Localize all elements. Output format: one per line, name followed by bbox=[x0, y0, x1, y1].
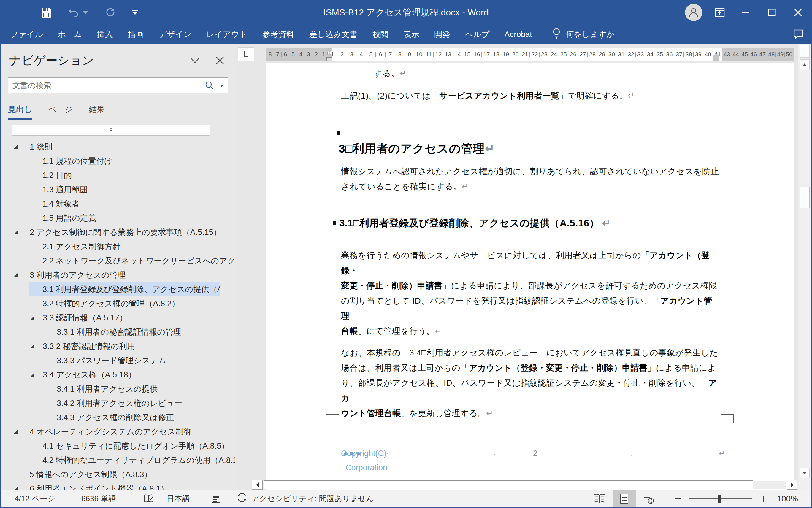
feedback-comment-icon[interactable] bbox=[793, 29, 803, 41]
navigation-pane-options-icon[interactable] bbox=[190, 57, 200, 64]
nav-heading-item[interactable]: 3.3 認証情報（A.5.17） bbox=[1, 311, 235, 325]
nav-heading-item[interactable]: 4 オペレーティングシステムのアクセス制御 bbox=[1, 425, 235, 439]
account-avatar[interactable] bbox=[681, 0, 707, 25]
ribbon-tab-9[interactable]: 表示 bbox=[396, 25, 427, 44]
document-area: L 87654321 12345678910111213141516171819… bbox=[236, 44, 811, 490]
window-bottom-border bbox=[1, 507, 811, 508]
text-run: 」にて管理を行う。 bbox=[358, 326, 435, 336]
horizontal-scrollbar-thumb[interactable] bbox=[264, 480, 753, 489]
nav-heading-item[interactable]: 1 総則 bbox=[1, 140, 235, 154]
nav-heading-item[interactable]: 2 アクセス制御に関する業務上の要求事項（A.5.15） bbox=[1, 225, 235, 240]
nav-heading-item[interactable]: 3.3.3 パスワード管理システム bbox=[1, 353, 235, 368]
ribbon-tab-12[interactable]: Acrobat bbox=[497, 25, 540, 44]
undo-button[interactable] bbox=[68, 8, 88, 17]
navigation-pane-close-icon[interactable] bbox=[215, 56, 224, 65]
document-content: する。↵上記(1)、(2)については「サービスアカウント利用者一覧」で明確にする… bbox=[266, 63, 794, 421]
nav-heading-item[interactable]: 6 利用者エンドポイント機器（A.8.1） bbox=[1, 481, 235, 490]
redo-button[interactable] bbox=[105, 8, 115, 17]
nav-heading-item[interactable]: 1.4 対象者 bbox=[1, 197, 235, 211]
ribbon-tab-1[interactable]: ホーム bbox=[50, 25, 90, 44]
nav-heading-item[interactable]: 2.2 ネットワーク及びネットワークサービスへのアクセス bbox=[1, 254, 235, 268]
nav-heading-item[interactable]: 3.4.2 利用者アクセス権のレビュー bbox=[1, 396, 235, 410]
nav-heading-item[interactable]: 1.2 目的 bbox=[1, 168, 235, 182]
ribbon-tab-0[interactable]: ファイル bbox=[3, 25, 50, 44]
scroll-down-arrow-icon[interactable] bbox=[800, 468, 810, 478]
scroll-right-arrow-icon[interactable] bbox=[787, 480, 798, 490]
horizontal-ruler[interactable]: 87654321 1234567891011121314151617181920… bbox=[266, 48, 794, 60]
zoom-level[interactable]: 100% bbox=[777, 494, 798, 504]
zoom-slider-handle[interactable] bbox=[718, 495, 721, 503]
text-run: する。 bbox=[374, 69, 399, 78]
ribbon-tab-7[interactable]: 差し込み文書 bbox=[302, 25, 365, 44]
nav-heading-item[interactable]: 4.2 特権的なユーティリティプログラムの使用（A.8.18） bbox=[1, 453, 235, 467]
left-indent-marker[interactable] bbox=[327, 57, 332, 61]
customize-quick-access-toolbar-icon[interactable] bbox=[132, 10, 138, 15]
nav-heading-item[interactable]: 2.1 アクセス制御方針 bbox=[1, 240, 235, 254]
nav-heading-item[interactable]: 1.1 規程の位置付け bbox=[1, 154, 235, 168]
nav-heading-label: 4 オペレーティングシステムのアクセス制御 bbox=[30, 426, 192, 437]
ruler-number: 7 bbox=[274, 48, 282, 60]
ruler-toggle-button[interactable] bbox=[800, 44, 810, 57]
ribbon-tab-6[interactable]: 参考資料 bbox=[255, 25, 302, 44]
search-input[interactable] bbox=[8, 78, 228, 93]
tell-me-box[interactable]: 何をしますか bbox=[552, 28, 615, 42]
nav-heading-item[interactable]: 3.4.3 アクセス権の削除又は修正 bbox=[1, 410, 235, 425]
language-indicator[interactable]: 日本語 bbox=[167, 494, 189, 504]
ruler-number: 14 bbox=[453, 48, 462, 60]
zoom-out-icon[interactable] bbox=[675, 498, 681, 499]
document-page[interactable]: する。↵上記(1)、(2)については「サービスアカウント利用者一覧」で明確にする… bbox=[266, 63, 794, 490]
scroll-up-arrow-icon[interactable] bbox=[800, 59, 810, 70]
ribbon-tab-4[interactable]: デザイン bbox=[152, 25, 199, 44]
page-indicator[interactable]: 4/12 ページ bbox=[14, 494, 55, 504]
nav-heading-item[interactable]: 3.4.1 利用者アクセスの提供 bbox=[1, 382, 235, 396]
empty-heading-item[interactable] bbox=[12, 125, 210, 136]
nav-tab-1[interactable]: ページ bbox=[48, 104, 73, 120]
print-layout-button[interactable] bbox=[612, 491, 636, 507]
undo-dropdown-icon[interactable] bbox=[83, 11, 88, 14]
tab-stop-selector[interactable]: L bbox=[238, 47, 254, 61]
ribbon-tab-5[interactable]: レイアウト bbox=[199, 25, 255, 44]
macro-record-icon[interactable] bbox=[211, 494, 221, 504]
web-layout-button[interactable] bbox=[636, 491, 660, 507]
read-mode-button[interactable] bbox=[587, 491, 612, 507]
nav-tab-0[interactable]: 見出し bbox=[8, 104, 32, 120]
ribbon-tab-11[interactable]: ヘルプ bbox=[458, 25, 497, 44]
nav-heading-item[interactable]: 3.1 利用者登録及び登録削除、アクセスの提供（A.5… bbox=[29, 282, 220, 296]
nav-heading-item[interactable]: 3.4 アクセス権（A.5.18） bbox=[1, 368, 235, 382]
nav-heading-label: 3.2 特権的アクセス権の管理（A.8.2） bbox=[42, 298, 179, 309]
nav-heading-item[interactable]: 3.2 特権的アクセス権の管理（A.8.2） bbox=[1, 296, 235, 311]
save-icon[interactable] bbox=[41, 7, 51, 17]
word-count[interactable]: 6636 単語 bbox=[81, 494, 116, 504]
nav-heading-item[interactable]: 3 利用者のアクセスの管理 bbox=[1, 268, 235, 282]
nav-heading-item[interactable]: 1.3 適用範囲 bbox=[1, 182, 235, 197]
empty-heading-marker-icon bbox=[110, 130, 113, 131]
ribbon-tab-3[interactable]: 描画 bbox=[121, 25, 152, 44]
minimize-button[interactable] bbox=[733, 0, 759, 25]
accessibility-status[interactable]: アクセシビリティ: 問題ありません bbox=[237, 492, 374, 505]
search-icon[interactable] bbox=[205, 81, 214, 91]
document-text-line: されていることを確実にする。↵ bbox=[341, 179, 719, 194]
nav-heading-label: 3.1 利用者登録及び登録削除、アクセスの提供（A.5… bbox=[42, 284, 220, 295]
vertical-scrollbar-thumb[interactable] bbox=[800, 187, 810, 208]
zoom-slider[interactable] bbox=[689, 498, 752, 499]
nav-heading-item[interactable]: 1.5 用語の定義 bbox=[1, 211, 235, 225]
horizontal-scrollbar[interactable] bbox=[252, 480, 798, 490]
ribbon-tab-8[interactable]: 校閲 bbox=[365, 25, 396, 44]
ribbon-display-options-icon[interactable] bbox=[707, 0, 733, 25]
zoom-in-icon[interactable] bbox=[760, 496, 766, 502]
ribbon-tab-2[interactable]: 挿入 bbox=[90, 25, 121, 44]
search-dropdown-icon[interactable] bbox=[220, 85, 224, 87]
nav-heading-label: 3.4.3 アクセス権の削除又は修正 bbox=[57, 412, 174, 423]
scroll-left-arrow-icon[interactable] bbox=[252, 480, 263, 490]
ruler-number: 19 bbox=[501, 48, 510, 60]
ribbon-tab-10[interactable]: 開発 bbox=[427, 25, 458, 44]
nav-heading-item[interactable]: 3.3.2 秘密認証情報の利用 bbox=[1, 339, 235, 353]
close-button[interactable] bbox=[785, 0, 811, 25]
vertical-scrollbar[interactable] bbox=[798, 44, 811, 490]
maximize-button[interactable] bbox=[759, 0, 785, 25]
nav-heading-item[interactable]: 3.3.1 利用者の秘密認証情報の管理 bbox=[1, 325, 235, 339]
nav-heading-item[interactable]: 5 情報へのアクセス制限（A.8.3） bbox=[1, 467, 235, 481]
nav-tab-2[interactable]: 結果 bbox=[89, 104, 105, 120]
proofing-check-icon[interactable] bbox=[143, 494, 154, 504]
nav-heading-item[interactable]: 4.1 セキュリティに配慮したログオン手順（A.8.5） bbox=[1, 439, 235, 453]
